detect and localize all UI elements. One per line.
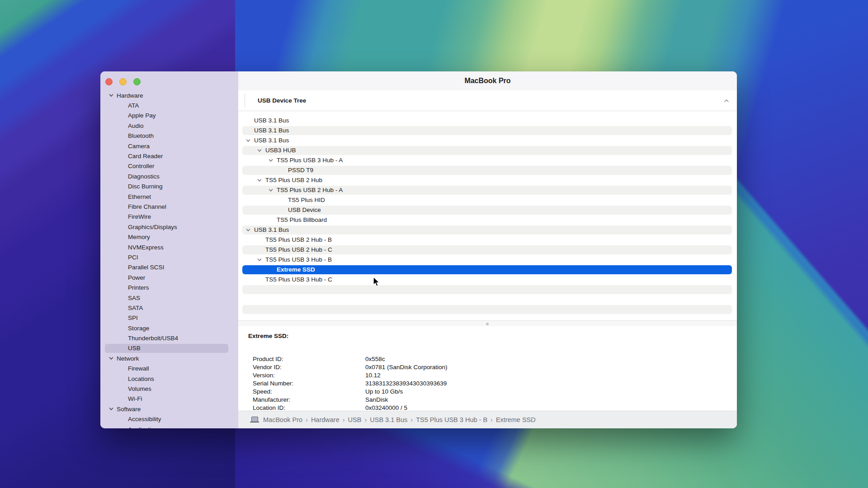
sidebar-item-apple-pay[interactable]: Apple Pay [100, 111, 238, 121]
sidebar-item-printers[interactable]: Printers [100, 282, 238, 292]
sidebar-item-pci[interactable]: PCI [100, 252, 238, 262]
detail-row-speed: Speed:Up to 10 Gb/s [238, 388, 737, 396]
detail-row-serial-number: Serial Number:313831323839343030393639 [238, 380, 737, 388]
sidebar-item-label: SPI [100, 314, 138, 321]
breadcrumb-item-usb[interactable]: USB [348, 416, 362, 423]
chevron-down-icon[interactable] [257, 178, 262, 183]
tree-row-usb3-hub[interactable]: USB3 HUB [242, 146, 732, 155]
detail-row-version: Version:10.12 [238, 372, 737, 380]
sidebar-item-sata[interactable]: SATA [100, 303, 238, 313]
tree-row-label: TS5 Plus HID [288, 196, 325, 205]
sidebar-item-label: Thunderbolt/USB4 [100, 335, 178, 342]
sidebar-item-diagnostics[interactable]: Diagnostics [100, 171, 238, 181]
zoom-button[interactable] [133, 78, 141, 85]
sidebar-item-memory[interactable]: Memory [100, 232, 238, 242]
sidebar-item-network[interactable]: Network [100, 353, 238, 363]
detail-row-location-id: Location ID:0x03240000 / 5 [238, 404, 737, 411]
tree-row-pssd-t9[interactable]: PSSD T9 [242, 166, 732, 175]
chevron-down-icon[interactable] [257, 257, 262, 263]
detail-value: 313831323839343030393639 [365, 380, 447, 387]
sidebar-item-fibre-channel[interactable]: Fibre Channel [100, 202, 238, 211]
tree-row-usb-3-1-bus[interactable]: USB 3.1 Bus [242, 116, 732, 125]
sidebar-item-audio[interactable]: Audio [100, 121, 238, 131]
tree-row-label: TS5 Plus USB 3 Hub - C [265, 275, 332, 284]
sidebar-item-disc-burning[interactable]: Disc Burning [100, 182, 238, 192]
sidebar-item-camera[interactable]: Camera [100, 141, 238, 151]
sidebar-item-usb[interactable]: USB [100, 343, 238, 353]
sidebar-item-wi-fi[interactable]: Wi-Fi [100, 394, 238, 404]
tree-row-usb-3-1-bus[interactable]: USB 3.1 Bus [242, 126, 732, 135]
tree-row-empty [242, 285, 732, 294]
tree-row-empty [242, 305, 732, 314]
chevron-down-icon[interactable] [268, 158, 274, 163]
detail-value: 0x03240000 / 5 [365, 404, 407, 411]
tree-row-extreme-ssd[interactable]: Extreme SSD [242, 265, 732, 274]
sidebar-item-volumes[interactable]: Volumes [100, 384, 238, 394]
sidebar-item-controller[interactable]: Controller [100, 161, 238, 171]
tree-row-ts5-plus-usb-2-hub-c[interactable]: TS5 Plus USB 2 Hub - C [242, 245, 732, 254]
sidebar-item-bluetooth[interactable]: Bluetooth [100, 131, 238, 141]
breadcrumb-item-ts5-plus-usb-3-hub-b[interactable]: TS5 Plus USB 3 Hub - B [416, 416, 487, 423]
tree-row-label: USB 3.1 Bus [254, 225, 289, 235]
chevron-up-icon[interactable] [723, 98, 730, 104]
minimize-button[interactable] [119, 78, 127, 85]
breadcrumb-item-hardware[interactable]: Hardware [311, 416, 340, 423]
sidebar-item-locations[interactable]: Locations [100, 374, 238, 384]
sidebar-item-hardware[interactable]: Hardware [100, 90, 238, 100]
close-button[interactable] [105, 78, 113, 85]
chevron-down-icon[interactable] [268, 188, 274, 193]
sidebar-item-parallel-scsi[interactable]: Parallel SCSI [100, 263, 238, 272]
sidebar-item-ata[interactable]: ATA [100, 100, 238, 110]
sidebar-item-firewire[interactable]: FireWire [100, 212, 238, 222]
tree-row-ts5-plus-usb-2-hub[interactable]: TS5 Plus USB 2 Hub [242, 176, 732, 185]
detail-value: 0x558c [365, 356, 385, 362]
breadcrumb-item-usb-3-1-bus[interactable]: USB 3.1 Bus [370, 416, 407, 423]
sidebar-item-power[interactable]: Power [100, 272, 238, 282]
sidebar-item-applications[interactable]: Applications [100, 424, 238, 428]
chevron-down-icon[interactable] [257, 148, 262, 153]
sidebar-item-nvmexpress[interactable]: NVMExpress [100, 242, 238, 252]
sidebar-item-accessibility[interactable]: Accessibility [100, 414, 238, 424]
sidebar-item-label: Software [100, 406, 141, 413]
tree-row-ts5-plus-usb-3-hub-a[interactable]: TS5 Plus USB 3 Hub - A [242, 156, 732, 165]
chevron-down-icon[interactable] [245, 138, 251, 143]
breadcrumb-item-extreme-ssd[interactable]: Extreme SSD [496, 416, 536, 423]
tree-row-ts5-plus-usb-2-hub-a[interactable]: TS5 Plus USB 2 Hub - A [242, 186, 732, 195]
tree-row-ts5-plus-usb-3-hub-c[interactable]: TS5 Plus USB 3 Hub - C [242, 275, 732, 284]
sidebar-item-sas[interactable]: SAS [100, 293, 238, 303]
sidebar-list: HardwareATAApple PayAudioBluetoothCamera… [100, 90, 238, 428]
sidebar-item-thunderbolt-usb4[interactable]: Thunderbolt/USB4 [100, 333, 238, 343]
tree-row-ts5-plus-billboard[interactable]: TS5 Plus Billboard [242, 216, 732, 225]
tree-row-label: TS5 Plus USB 2 Hub - C [265, 245, 332, 254]
sidebar-item-label: Firewall [100, 365, 149, 372]
column-divider [245, 94, 245, 108]
sidebar-item-graphics-displays[interactable]: Graphics/Displays [100, 222, 238, 232]
sidebar-item-ethernet[interactable]: Ethernet [100, 192, 238, 202]
splitter-handle[interactable] [486, 323, 489, 325]
sidebar-item-label: Apple Pay [100, 112, 156, 119]
laptop-icon [250, 417, 259, 423]
tree-row-label: TS5 Plus USB 2 Hub - B [265, 235, 332, 244]
tree-row-usb-3-1-bus[interactable]: USB 3.1 Bus [242, 225, 732, 235]
tree-row-ts5-plus-usb-2-hub-b[interactable]: TS5 Plus USB 2 Hub - B [242, 235, 732, 244]
chevron-down-icon[interactable] [245, 227, 251, 233]
sidebar-item-card-reader[interactable]: Card Reader [100, 151, 238, 161]
details-pane: Extreme SSD: Product ID:0x558cVendor ID:… [238, 326, 737, 411]
sidebar-item-firewall[interactable]: Firewall [100, 364, 238, 374]
tree-row-label: PSSD T9 [288, 166, 313, 175]
tree-row-ts5-plus-usb-3-hub-b[interactable]: TS5 Plus USB 3 Hub - B [242, 255, 732, 264]
breadcrumb-bar: MacBook Pro›Hardware›USB›USB 3.1 Bus›TS5… [238, 411, 737, 428]
sidebar-item-label: Ethernet [100, 193, 151, 200]
tree-row-usb-device[interactable]: USB Device [242, 206, 732, 215]
sidebar-item-software[interactable]: Software [100, 404, 238, 414]
content-pane: MacBook Pro USB Device Tree USB 3.1 BusU… [238, 71, 737, 428]
detail-label: Vendor ID: [253, 364, 282, 371]
sidebar-item-spi[interactable]: SPI [100, 313, 238, 323]
detail-row-manufacturer: Manufacturer:SanDisk [238, 396, 737, 404]
sidebar-item-storage[interactable]: Storage [100, 323, 238, 333]
sidebar-item-label: Locations [100, 375, 154, 382]
breadcrumb-item-macbook-pro[interactable]: MacBook Pro [263, 416, 302, 423]
sidebar-item-label: Card Reader [100, 153, 163, 160]
tree-row-ts5-plus-hid[interactable]: TS5 Plus HID [242, 196, 732, 205]
tree-row-usb-3-1-bus[interactable]: USB 3.1 Bus [242, 136, 732, 145]
